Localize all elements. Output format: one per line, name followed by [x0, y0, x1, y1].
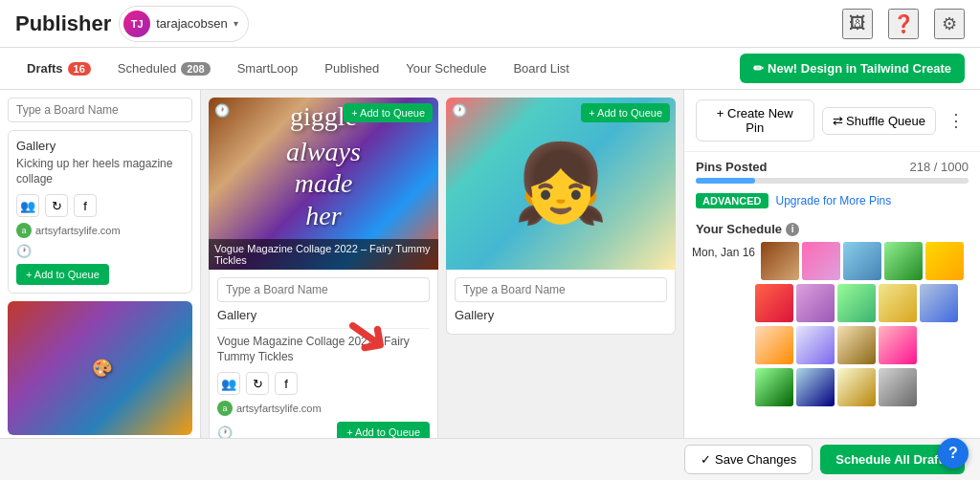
right-panel-header: + Create New Pin ⇄ Shuffle Queue ⋮	[684, 90, 980, 152]
pin-title-1: Kicking up her heels magazine collage	[16, 157, 184, 186]
header-right: 🖼 ❓ ⚙	[842, 9, 965, 39]
settings-icon-button[interactable]: ⚙	[934, 9, 965, 39]
sched-img-18	[879, 368, 917, 406]
sched-img-5	[925, 242, 964, 280]
pin-column-1: alwaysmadeher giggle Vogue Magazine Coll…	[209, 98, 438, 472]
upgrade-link[interactable]: Upgrade for More Pins	[776, 194, 892, 207]
tab-drafts-label: Drafts	[27, 61, 63, 76]
sched-img-6	[755, 284, 793, 322]
clock-icon-top-2: 🕐	[452, 103, 467, 118]
schedule-row-2	[692, 284, 972, 322]
pin-image-wrapper-1: alwaysmadeher giggle Vogue Magazine Coll…	[209, 98, 438, 270]
clock-icon-1: 🕐	[16, 244, 32, 258]
user-menu-button[interactable]: TJ tarajacobsen ▾	[119, 6, 248, 42]
sched-img-14	[879, 326, 917, 364]
gallery-icon-button[interactable]: 🖼	[842, 9, 873, 39]
main-content: Gallery Kicking up her heels magazine co…	[0, 90, 980, 480]
pin-caption-1: Vogue Magazine Collage 2022 – Fairy Tumm…	[209, 239, 438, 270]
pin1-people-btn[interactable]: 👥	[217, 372, 240, 395]
search-board-input[interactable]	[8, 98, 192, 122]
drafts-badge: 16	[68, 62, 91, 76]
shuffle-queue-button[interactable]: ⇄ Shuffle Queue	[822, 107, 937, 135]
add-to-queue-top-2[interactable]: + Add to Queue	[581, 103, 670, 122]
gear-icon: ⚙	[942, 13, 957, 34]
schedule-images-3	[755, 326, 972, 364]
tab-board-list-label: Board List	[513, 61, 569, 76]
tab-scheduled[interactable]: Scheduled 208	[106, 55, 222, 81]
tab-published[interactable]: Published	[313, 55, 390, 81]
question-icon: ❓	[893, 13, 914, 34]
add-to-queue-button-1[interactable]: + Add to Queue	[16, 264, 109, 285]
new-design-button[interactable]: ✏ New! Design in Tailwind Create	[740, 54, 965, 83]
tab-your-schedule-label: Your Schedule	[406, 61, 486, 76]
schedule-images-1	[761, 242, 972, 280]
facebook-icon-2: f	[284, 377, 288, 391]
info-icon[interactable]: i	[786, 223, 799, 236]
pin1-facebook-btn[interactable]: f	[275, 372, 298, 395]
board-search-input-1[interactable]	[217, 277, 430, 302]
save-changes-button[interactable]: ✓ Save Changes	[684, 445, 813, 474]
more-options-button[interactable]: ⋮	[944, 106, 969, 135]
sched-img-13	[837, 326, 876, 364]
tab-board-list[interactable]: Board List	[501, 55, 581, 81]
your-schedule-text: Your Schedule	[696, 222, 782, 236]
tab-smartloop-label: SmartLoop	[237, 61, 299, 76]
sched-img-16	[796, 368, 835, 406]
add-to-queue-top-1[interactable]: + Add to Queue	[344, 103, 433, 122]
sched-img-11	[755, 326, 793, 364]
chevron-down-icon: ▾	[234, 18, 238, 29]
schedule-row-3	[692, 326, 972, 364]
pin-card-body-1: Gallery Vogue Magazine Collage 2022 - Fa…	[209, 270, 438, 451]
tab-your-schedule[interactable]: Your Schedule	[394, 55, 498, 81]
header-left: Publisher TJ tarajacobsen ▾	[15, 6, 249, 42]
site-link-1: a artsyfartsylife.com	[16, 223, 184, 238]
pins-count: 218 / 1000	[910, 160, 969, 174]
schedule-row-1: Mon, Jan 16	[692, 242, 972, 280]
refresh-icon-button[interactable]: ↻	[45, 194, 68, 217]
schedule-images-2	[755, 284, 972, 322]
people-icon-button[interactable]: 👥	[16, 194, 39, 217]
pin1-card-actions: 👥 ↻ f	[217, 372, 430, 395]
scheduled-badge: 208	[181, 62, 210, 76]
tab-drafts[interactable]: Drafts 16	[15, 55, 102, 81]
tab-smartloop[interactable]: SmartLoop	[226, 55, 310, 81]
help-button[interactable]: ?	[938, 438, 969, 469]
help-icon-button[interactable]: ❓	[888, 9, 919, 39]
progress-fill	[696, 178, 755, 184]
draft-card-1: Gallery Kicking up her heels magazine co…	[8, 130, 192, 294]
pin-title-display-1: Vogue Magazine Collage 2022 - Fairy Tumm…	[217, 335, 430, 364]
sched-img-9	[879, 284, 917, 322]
your-schedule-header: Your Schedule i	[684, 216, 980, 242]
middle-panel: alwaysmadeher giggle Vogue Magazine Coll…	[201, 90, 683, 480]
facebook-icon-button[interactable]: f	[74, 194, 97, 217]
pin-column-2: 👧 + Add to Queue 🕐 Gallery	[446, 98, 676, 472]
board-name-pin2: Gallery	[455, 308, 667, 322]
card-actions-1: 👥 ↻ f	[16, 194, 184, 217]
pin-image-wrapper-2: 👧 + Add to Queue 🕐	[446, 98, 676, 270]
clock-icon-top-1: 🕐	[214, 103, 230, 118]
clock-row-1: 🕐	[16, 244, 184, 258]
tab-scheduled-label: Scheduled	[118, 61, 176, 76]
pins-posted-row: Pins Posted 218 / 1000	[684, 152, 980, 178]
schedule-grid: Mon, Jan 16	[684, 242, 980, 449]
schedule-date-3	[692, 326, 749, 330]
site-favicon-1: a	[16, 223, 32, 238]
bottom-bar: ✓ Save Changes Schedule All Drafts	[0, 438, 980, 480]
header: Publisher TJ tarajacobsen ▾ 🖼 ❓ ⚙	[0, 0, 980, 48]
board-name-pin1: Gallery	[217, 308, 430, 322]
sched-img-1	[761, 242, 799, 280]
app-title: Publisher	[15, 11, 111, 36]
advanced-row: ADVANCED Upgrade for More Pins	[684, 189, 980, 216]
progress-bar	[696, 178, 969, 184]
sched-img-4	[884, 242, 923, 280]
schedule-date-4	[692, 368, 749, 372]
pin1-refresh-btn[interactable]: ↻	[246, 372, 269, 395]
board-search-input-2[interactable]	[455, 277, 667, 302]
pins-posted-label: Pins Posted	[696, 160, 767, 174]
sched-img-17	[837, 368, 876, 406]
schedule-date-2	[692, 284, 749, 288]
left-panel-content: Gallery Kicking up her heels magazine co…	[0, 90, 200, 450]
create-new-pin-button[interactable]: + Create New Pin	[696, 99, 814, 142]
sched-img-2	[802, 242, 840, 280]
tab-published-label: Published	[324, 61, 379, 76]
